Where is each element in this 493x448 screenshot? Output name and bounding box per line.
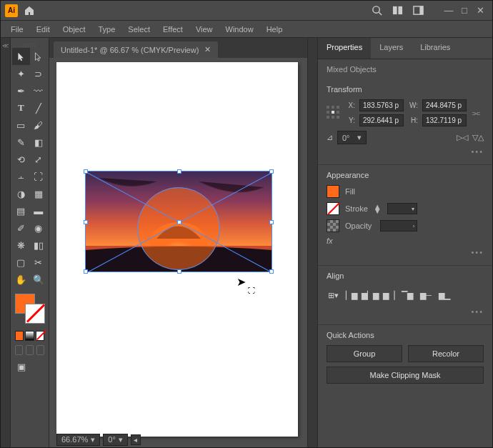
stroke-chip[interactable] [327,202,339,215]
symbol-sprayer-tool[interactable]: ❋ [12,237,30,254]
artboard[interactable]: ➤ ⛶ [56,62,298,437]
constrain-proportions-icon[interactable]: ⫘ [471,108,484,119]
color-mode-swatch[interactable] [15,331,24,341]
type-tool[interactable]: T [12,99,30,116]
fx-label[interactable]: fx [327,237,484,245]
paintbrush-tool[interactable]: 🖌 [30,116,48,134]
rectangle-tool[interactable]: ▭ [12,116,30,134]
draw-normal[interactable] [15,345,23,355]
eyedropper-tool[interactable]: ✐ [12,219,30,237]
line-tool[interactable]: ╱ [30,99,48,116]
slice-tool[interactable]: ✂ [30,254,48,271]
search-icon[interactable] [372,5,382,16]
width-tool[interactable]: ⫠ [12,168,30,185]
toolbar-grip[interactable]: :::::: [12,41,47,48]
menu-view[interactable]: View [190,23,219,36]
gradient-tool[interactable]: ▬ [30,202,48,219]
close-button[interactable]: ✕ [472,5,488,16]
rotate-view-field[interactable]: 0°▾ [103,434,128,446]
fill-chip[interactable] [327,185,339,198]
rotate-field[interactable]: 0°▾ [337,131,367,144]
handle-se[interactable] [269,269,274,274]
handle-w[interactable] [84,220,88,224]
tab-properties[interactable]: Properties [318,38,371,59]
hand-tool[interactable]: ✋ [12,271,30,288]
align-bottom-icon[interactable]: ▆▁ [438,289,451,302]
maximize-button[interactable]: □ [457,5,472,16]
stroke-weight-dropdown[interactable]: ▾ [387,203,417,214]
scale-tool[interactable]: ⤢ [30,151,48,168]
menu-object[interactable]: Object [57,23,91,36]
direct-selection-tool[interactable] [30,48,48,65]
stroke-swatch[interactable] [25,304,45,324]
rotate-tool[interactable]: ⟲ [12,151,30,168]
shape-builder-tool[interactable]: ◑ [12,185,30,202]
home-icon[interactable] [24,5,35,16]
stroke-weight-stepper[interactable]: ▲▼ [374,204,382,213]
align-more-icon[interactable]: ••• [327,304,484,319]
workspace-icon[interactable] [413,5,424,16]
align-to-icon[interactable]: ⊞▾ [327,289,339,302]
group-button[interactable]: Group [327,345,402,362]
menu-file[interactable]: File [5,23,29,36]
panel-collapse-rail[interactable] [307,38,317,447]
handle-ne[interactable] [269,169,274,174]
graph-tool[interactable]: ▮▯ [30,237,48,254]
eraser-tool[interactable]: ◧ [30,134,48,151]
handle-sw[interactable] [84,269,88,274]
opacity-chip[interactable] [327,219,339,232]
y-field[interactable] [359,114,404,126]
close-tab-icon[interactable]: ✕ [204,45,211,54]
flip-vertical-icon[interactable]: ▽△ [472,133,484,142]
align-right-icon[interactable]: ▆▕ [382,289,395,302]
document-tab[interactable]: Untitled-1* @ 66.67 % (CMYK/Preview) ✕ [54,41,218,58]
align-vcenter-icon[interactable]: ▆─ [419,289,432,302]
artboard-nav-prev[interactable]: ◂ [131,434,141,445]
opacity-field[interactable]: › [380,220,417,232]
perspective-tool[interactable]: ▦ [30,185,48,202]
canvas-viewport[interactable]: ➤ ⛶ 66.67%▾ 0°▾ ◂ [49,58,307,447]
pen-tool[interactable]: ✒ [12,82,30,99]
shaper-tool[interactable]: ✎ [12,134,30,151]
align-top-icon[interactable]: ▔▆ [401,289,414,302]
curvature-tool[interactable]: 〰 [30,82,48,99]
minimize-button[interactable]: — [441,5,457,16]
flip-horizontal-icon[interactable]: ▷◁ [457,133,468,142]
artboard-tool[interactable]: ▢ [12,254,30,271]
mesh-tool[interactable]: ▤ [12,202,30,219]
tab-libraries[interactable]: Libraries [412,38,459,59]
x-field[interactable] [359,99,404,111]
menu-window[interactable]: Window [220,23,259,36]
screen-mode[interactable]: ▣ [12,358,30,375]
handle-n[interactable] [177,169,181,174]
align-left-icon[interactable]: ▏▆ [345,289,358,302]
free-transform-tool[interactable]: ⛶ [30,168,48,185]
recolor-button[interactable]: Recolor [408,345,484,362]
menu-select[interactable]: Select [122,23,156,36]
draw-inside[interactable] [36,345,44,355]
menu-type[interactable]: Type [93,23,121,36]
color-swatches[interactable] [12,292,47,328]
make-clipping-mask-button[interactable]: Make Clipping Mask [327,367,484,384]
lasso-tool[interactable]: ⊃ [30,65,48,82]
none-mode-swatch[interactable] [36,331,44,341]
blend-tool[interactable]: ◉ [30,219,48,237]
toolbar-collapse-rail[interactable]: ≪ [1,38,11,447]
arrange-icon[interactable] [392,5,403,16]
menu-edit[interactable]: Edit [31,23,56,36]
w-field[interactable] [422,99,467,111]
draw-behind[interactable] [26,345,34,355]
reference-point[interactable] [327,106,341,120]
handle-nw[interactable] [84,169,88,174]
tab-layers[interactable]: Layers [371,38,412,59]
menu-help[interactable]: Help [261,23,289,36]
menu-effect[interactable]: Effect [157,23,189,36]
appearance-more-icon[interactable]: ••• [327,245,484,259]
h-field[interactable] [422,114,467,126]
magic-wand-tool[interactable]: ✦ [12,65,30,82]
selection-tool[interactable] [12,48,30,65]
zoom-field[interactable]: 66.67%▾ [56,434,100,446]
handle-e[interactable] [269,220,274,224]
zoom-tool[interactable]: 🔍 [30,271,48,288]
gradient-mode-swatch[interactable] [25,331,34,341]
